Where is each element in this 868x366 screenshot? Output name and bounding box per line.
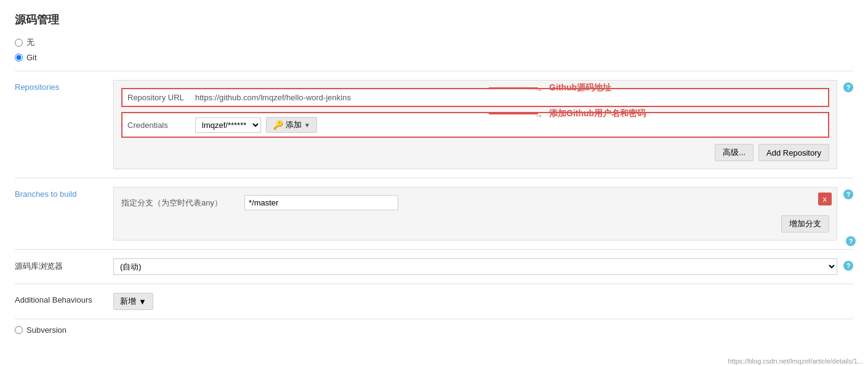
subversion-label[interactable]: Subversion: [26, 325, 66, 335]
repositories-content: Repository URL Credentials lmqzef/******…: [113, 80, 837, 169]
radio-git-group: Git: [15, 53, 853, 62]
source-browser-help-icon[interactable]: ?: [843, 261, 853, 271]
source-browser-select[interactable]: (自动): [113, 258, 837, 275]
remove-branch-button[interactable]: x: [818, 193, 832, 205]
credentials-row: Credentials lmqzef/****** 🔑 添加 ▼: [121, 112, 829, 138]
repo-url-input[interactable]: [195, 93, 823, 102]
radio-subversion[interactable]: [15, 326, 23, 334]
repo-url-label: Repository URL: [127, 93, 195, 102]
xinzeng-button[interactable]: 新增 ▼: [113, 293, 153, 310]
repo-url-row: Repository URL: [121, 88, 829, 107]
add-credentials-label: 添加: [286, 119, 302, 130]
branches-help-icon[interactable]: ?: [843, 189, 853, 199]
branch-row-label: 指定分支（为空时代表any）: [121, 197, 244, 209]
branch-buttons: 增加分支: [121, 215, 829, 233]
source-browser-label: 源码库浏览器: [15, 258, 113, 272]
watermark: https://blog.csdn.net/lmqzef/article/det…: [728, 357, 863, 365]
branches-label: Branches to build: [15, 187, 113, 199]
source-browser-section: 源码库浏览器 (自动) ?: [15, 249, 853, 284]
radio-none[interactable]: [15, 39, 23, 47]
source-browser-help-right[interactable]: ?: [842, 236, 856, 246]
branches-content: x 指定分支（为空时代表any） 增加分支: [113, 187, 837, 241]
branches-section: Branches to build x 指定分支（为空时代表any） 增加分支 …: [15, 178, 853, 249]
additional-behaviours-content: 新增 ▼: [113, 293, 853, 310]
branch-row: 指定分支（为空时代表any）: [121, 195, 829, 210]
dropdown-arrow-icon: ▼: [304, 122, 310, 129]
radio-none-label[interactable]: 无: [26, 37, 34, 48]
advanced-button[interactable]: 高级...: [715, 144, 753, 161]
repo-box: Repository URL Credentials lmqzef/******…: [113, 80, 837, 169]
xinzeng-label: 新增: [120, 296, 136, 307]
xinzeng-dropdown-icon: ▼: [139, 297, 147, 306]
x-icon: x: [823, 194, 827, 204]
source-browser-content: (自动): [113, 258, 837, 275]
add-repository-button[interactable]: Add Repository: [758, 144, 829, 161]
page-title: 源码管理: [15, 12, 853, 27]
additional-behaviours-section: Additional Behaviours 新增 ▼: [15, 284, 853, 319]
radio-none-group: 无: [15, 37, 853, 48]
subversion-section: Subversion: [15, 319, 853, 341]
repositories-section: Repositories Repository URL Credentials …: [15, 71, 853, 178]
branch-input[interactable]: [244, 195, 398, 210]
repo-buttons: 高级... Add Repository: [121, 144, 829, 161]
radio-git-label[interactable]: Git: [26, 53, 37, 62]
repositories-label: Repositories: [15, 80, 113, 92]
add-branch-button[interactable]: 增加分支: [781, 215, 829, 233]
additional-behaviours-label: Additional Behaviours: [15, 293, 113, 304]
credentials-label: Credentials: [127, 121, 195, 130]
branches-box: x 指定分支（为空时代表any） 增加分支: [113, 187, 837, 241]
radio-git[interactable]: [15, 54, 23, 62]
credentials-select[interactable]: lmqzef/******: [195, 117, 261, 133]
subversion-row: Subversion: [15, 325, 66, 335]
repositories-help-icon[interactable]: ?: [843, 82, 853, 92]
add-credentials-button[interactable]: 🔑 添加 ▼: [266, 117, 317, 133]
key-icon: 🔑: [273, 120, 283, 130]
